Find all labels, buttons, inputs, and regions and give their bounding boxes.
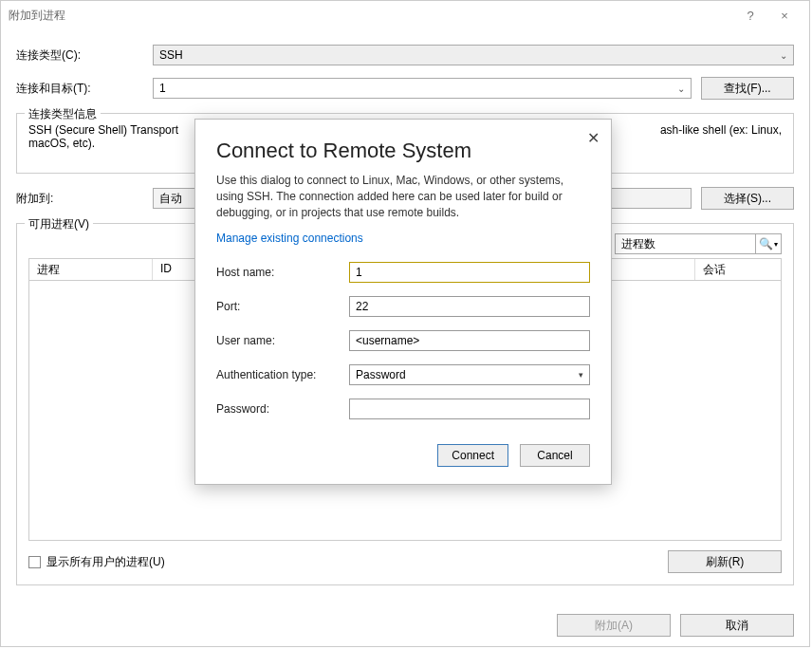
connection-info-text: SSH (Secure Shell) Transport — [28, 123, 178, 137]
host-label: Host name: — [216, 266, 349, 279]
help-icon[interactable]: ? — [733, 9, 767, 23]
connection-type-row: 连接类型(C): SSH ⌄ — [16, 45, 794, 65]
find-button[interactable]: 查找(F)... — [701, 77, 794, 100]
port-input[interactable] — [349, 296, 590, 317]
dialog-description: Use this dialog to connect to Linux, Mac… — [216, 173, 590, 220]
manage-connections-link[interactable]: Manage existing connections — [216, 232, 590, 245]
connection-type-label: 连接类型(C): — [16, 47, 153, 64]
connection-target-row: 连接和目标(T): 1 ⌄ 查找(F)... — [16, 77, 794, 100]
connection-type-value: SSH — [159, 48, 183, 62]
dialog-buttons: Connect Cancel — [216, 444, 590, 467]
password-input[interactable] — [349, 399, 590, 419]
user-input[interactable] — [349, 330, 590, 351]
titlebar: 附加到进程 ? × — [1, 1, 809, 29]
host-input[interactable] — [349, 262, 590, 283]
search-icon: 🔍 — [759, 237, 773, 250]
connection-type-dropdown[interactable]: SSH ⌄ — [153, 45, 794, 65]
show-all-users-checkbox[interactable]: 显示所有用户的进程(U) — [28, 554, 165, 570]
search-button[interactable]: 🔍 ▾ — [755, 233, 782, 254]
attach-to-value: 自动 — [159, 191, 182, 207]
close-icon[interactable]: × — [767, 9, 802, 23]
col-process[interactable]: 进程 — [29, 259, 153, 280]
footer: 附加(A) 取消 — [1, 604, 809, 646]
show-all-users-label: 显示所有用户的进程(U) — [46, 554, 165, 570]
connection-info-text-right: ash-like shell (ex: Linux, — [660, 123, 782, 137]
dropdown-arrow-icon: ▾ — [774, 240, 778, 249]
dialog-cancel-button[interactable]: Cancel — [520, 444, 590, 467]
user-row: User name: — [216, 330, 590, 351]
checkbox-icon — [28, 556, 41, 568]
password-row: Password: — [216, 399, 590, 419]
window-title: 附加到进程 — [9, 8, 733, 24]
dropdown-arrow-icon: ▾ — [579, 370, 583, 380]
host-row: Host name: — [216, 262, 590, 283]
connection-target-dropdown[interactable]: 1 ⌄ — [153, 78, 692, 99]
auth-row: Authentication type: Password ▾ — [216, 364, 590, 385]
filter-label-cell[interactable]: 进程数 — [615, 233, 755, 254]
dialog-close-icon[interactable]: ✕ — [587, 129, 600, 147]
col-session[interactable]: 会话 — [695, 259, 781, 280]
refresh-button[interactable]: 刷新(R) — [668, 550, 782, 573]
filter-label: 进程数 — [621, 236, 655, 252]
auth-label: Authentication type: — [216, 368, 349, 381]
user-label: User name: — [216, 334, 349, 347]
connect-remote-dialog: ✕ Connect to Remote System Use this dial… — [194, 119, 612, 485]
available-processes-legend: 可用进程(V) — [25, 216, 93, 232]
connect-button[interactable]: Connect — [437, 444, 508, 467]
auth-type-value: Password — [356, 368, 406, 381]
attach-button[interactable]: 附加(A) — [557, 614, 671, 637]
port-row: Port: — [216, 296, 590, 317]
attach-to-label: 附加到: — [16, 191, 153, 207]
select-button[interactable]: 选择(S)... — [701, 187, 794, 210]
port-label: Port: — [216, 300, 349, 313]
chevron-down-icon: ⌄ — [677, 83, 685, 94]
chevron-down-icon: ⌄ — [780, 50, 787, 61]
connection-info-legend: 连接类型信息 — [25, 106, 101, 122]
connection-target-label: 连接和目标(T): — [16, 81, 153, 97]
cancel-button[interactable]: 取消 — [680, 614, 794, 637]
auth-type-dropdown[interactable]: Password ▾ — [349, 364, 590, 385]
dialog-title: Connect to Remote System — [216, 139, 590, 163]
connection-target-value: 1 — [159, 82, 166, 95]
password-label: Password: — [216, 402, 349, 416]
